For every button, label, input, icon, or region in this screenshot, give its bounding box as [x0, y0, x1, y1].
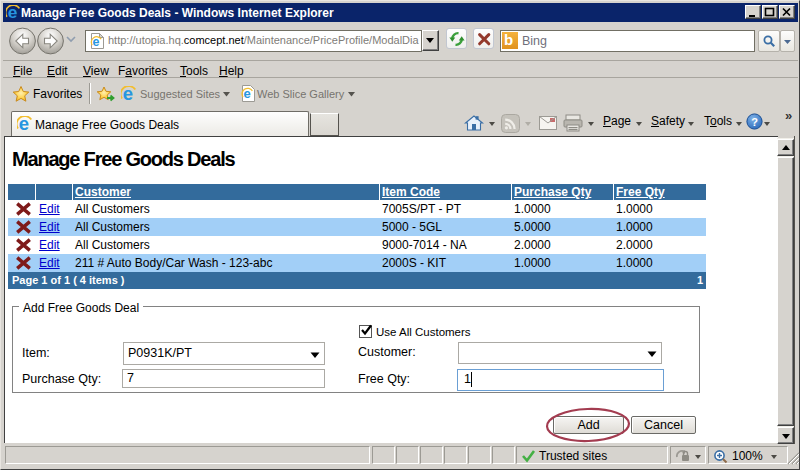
svg-text:?: ?	[751, 116, 758, 128]
svg-text:e: e	[8, 5, 18, 20]
